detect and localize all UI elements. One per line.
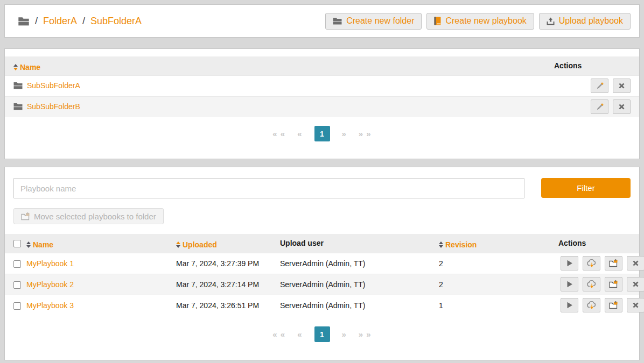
- upload-user-cell: ServerAdmin (Admin, TT): [280, 274, 439, 295]
- row-checkbox[interactable]: [13, 281, 21, 289]
- download-playbook-button[interactable]: [583, 298, 600, 312]
- playbooks-sort-name-header[interactable]: Name: [26, 234, 176, 253]
- pagination-prev[interactable]: «: [297, 330, 302, 339]
- playbooks-pagination: « « « 1 » » »: [5, 326, 639, 342]
- folders-sort-name-header[interactable]: Name: [5, 56, 554, 75]
- move-to-folder-icon: [609, 259, 618, 267]
- folders-pagination: « « « 1 » » »: [5, 126, 639, 141]
- pencil-icon: [596, 103, 604, 111]
- folder-row: SubSubFolderB: [5, 96, 639, 117]
- filter-button[interactable]: Filter: [541, 178, 631, 198]
- book-icon: [434, 17, 441, 25]
- move-playbook-button[interactable]: [605, 298, 622, 312]
- delete-playbook-button[interactable]: [627, 256, 644, 271]
- delete-playbook-button[interactable]: [627, 298, 644, 312]
- move-to-folder-icon: [609, 301, 618, 309]
- playbooks-header-row: Name Uploaded Upload user Revision: [5, 234, 639, 253]
- play-icon: [566, 302, 573, 309]
- breadcrumb-link-subfoldera[interactable]: SubFolderA: [90, 16, 142, 27]
- delete-folder-button[interactable]: [613, 99, 631, 114]
- cloud-download-icon: [586, 280, 597, 289]
- breadcrumb-separator: /: [82, 16, 85, 27]
- pagination-page-1[interactable]: 1: [314, 326, 330, 342]
- select-all-checkbox[interactable]: [13, 240, 21, 247]
- breadcrumb-link-foldera[interactable]: FolderA: [43, 16, 77, 27]
- revision-cell: 2: [439, 253, 558, 274]
- playbooks-table: Name Uploaded Upload user Revision: [5, 234, 639, 316]
- folders-table: Name Actions SubSubFolderA: [5, 56, 639, 117]
- folder-icon: [13, 82, 23, 89]
- upload-playbook-label: Upload playbook: [559, 16, 623, 26]
- uploaded-cell: Mar 7, 2024, 3:27:39 PM: [176, 253, 280, 274]
- folder-icon: [13, 103, 23, 110]
- cloud-download-icon: [586, 301, 597, 310]
- pencil-icon: [596, 82, 604, 90]
- run-playbook-button[interactable]: [561, 256, 578, 271]
- playbooks-actions-header: Actions: [558, 234, 639, 253]
- x-icon: [618, 103, 625, 110]
- upload-user-cell: ServerAdmin (Admin, TT): [280, 295, 439, 316]
- folder-icon: [333, 17, 342, 25]
- playbook-link[interactable]: MyPlaybook 3: [26, 301, 74, 310]
- playbooks-sort-uploaded-header[interactable]: Uploaded: [176, 234, 280, 253]
- play-icon: [566, 260, 573, 267]
- sort-arrows-icon: [439, 241, 443, 248]
- pagination-last[interactable]: » »: [359, 129, 372, 138]
- playbooks-name-header-label: Name: [33, 240, 53, 249]
- pagination-next[interactable]: »: [342, 129, 347, 138]
- pagination-first[interactable]: « «: [272, 330, 285, 339]
- create-new-folder-label: Create new folder: [346, 16, 414, 26]
- move-to-folder-icon: [21, 212, 30, 220]
- folder-link[interactable]: SubSubFolderA: [27, 81, 80, 90]
- folder-link[interactable]: SubSubFolderB: [27, 102, 80, 111]
- uploaded-cell: Mar 7, 2024, 3:26:51 PM: [176, 295, 280, 316]
- upload-tray-icon: [547, 17, 555, 25]
- sort-arrows-icon: [13, 64, 18, 70]
- pagination-next[interactable]: »: [342, 330, 347, 339]
- move-selected-playbooks-button[interactable]: Move selected playbooks to folder: [13, 208, 164, 224]
- edit-folder-button[interactable]: [591, 99, 608, 114]
- move-playbook-button[interactable]: [605, 256, 622, 271]
- playbook-row: MyPlaybook 2 Mar 7, 2024, 3:27:14 PM Ser…: [5, 274, 639, 295]
- revision-cell: 1: [439, 295, 558, 316]
- sort-arrows-icon: [176, 241, 180, 248]
- folders-name-header-label: Name: [20, 63, 40, 72]
- folders-header-row: Name Actions: [5, 56, 639, 75]
- create-new-playbook-label: Create new playbook: [445, 16, 526, 26]
- create-new-folder-button[interactable]: Create new folder: [325, 13, 422, 30]
- upload-playbook-button[interactable]: Upload playbook: [539, 13, 631, 30]
- download-playbook-button[interactable]: [583, 256, 600, 271]
- folders-panel: Name Actions SubSubFolderA: [4, 48, 640, 159]
- playbook-row: MyPlaybook 1 Mar 7, 2024, 3:27:39 PM Ser…: [5, 253, 639, 274]
- x-icon: [632, 281, 639, 288]
- folder-row: SubSubFolderA: [5, 75, 639, 96]
- playbook-name-input[interactable]: [13, 178, 524, 198]
- playbook-row: MyPlaybook 3 Mar 7, 2024, 3:26:51 PM Ser…: [5, 295, 639, 316]
- edit-folder-button[interactable]: [591, 79, 608, 93]
- create-new-playbook-button[interactable]: Create new playbook: [426, 13, 534, 30]
- move-selected-playbooks-label: Move selected playbooks to folder: [34, 212, 156, 221]
- move-row: Move selected playbooks to folder: [5, 198, 639, 224]
- x-icon: [632, 260, 639, 267]
- pagination-first[interactable]: « «: [272, 129, 285, 138]
- run-playbook-button[interactable]: [561, 277, 578, 291]
- delete-folder-button[interactable]: [613, 79, 631, 93]
- x-icon: [632, 302, 639, 309]
- move-playbook-button[interactable]: [605, 277, 622, 291]
- playbook-link[interactable]: MyPlaybook 2: [26, 280, 74, 289]
- sort-arrows-icon: [26, 241, 31, 248]
- row-checkbox[interactable]: [13, 260, 21, 268]
- row-checkbox[interactable]: [13, 302, 21, 310]
- run-playbook-button[interactable]: [561, 298, 578, 312]
- playbook-link[interactable]: MyPlaybook 1: [26, 259, 74, 268]
- breadcrumb: / FolderA / SubFolderA: [18, 16, 142, 27]
- playbooks-table-wrap: Name Uploaded Upload user Revision: [5, 234, 639, 316]
- pagination-prev[interactable]: «: [297, 129, 302, 138]
- play-icon: [566, 281, 573, 288]
- download-playbook-button[interactable]: [583, 277, 600, 291]
- pagination-last[interactable]: » »: [359, 330, 372, 339]
- pagination-page-1[interactable]: 1: [314, 126, 330, 141]
- playbooks-sort-revision-header[interactable]: Revision: [439, 234, 558, 253]
- playbooks-upload-user-header: Upload user: [280, 234, 439, 253]
- delete-playbook-button[interactable]: [627, 277, 644, 291]
